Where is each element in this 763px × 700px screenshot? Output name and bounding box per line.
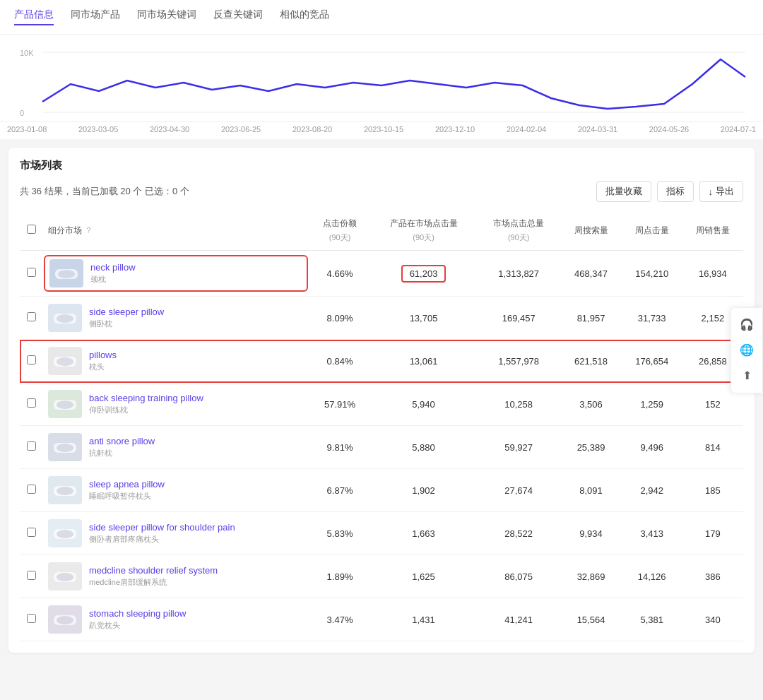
top-tool-button[interactable]: ⬆	[735, 364, 758, 387]
download-icon: ↓	[709, 186, 714, 197]
select-all-checkbox[interactable]	[27, 225, 36, 234]
total-market-click-cell: 10,258	[477, 383, 560, 426]
section-title: 市场列表	[20, 159, 743, 172]
svg-point-13	[57, 444, 73, 452]
svg-point-9	[57, 357, 73, 366]
row-checkbox[interactable]	[27, 485, 36, 494]
row-checkbox[interactable]	[27, 398, 36, 408]
table-row: pillows 枕头 0.84%13,0611,557,978621,51817…	[20, 340, 743, 383]
click-share-cell: 8.09%	[309, 297, 370, 340]
row-checkbox[interactable]	[27, 571, 36, 580]
product-name-link[interactable]: stomach sleeping pillow	[89, 608, 186, 619]
product-market-click-cell: 5,880	[370, 426, 477, 469]
total-market-click-cell: 59,927	[477, 426, 560, 469]
svg-text:10K: 10K	[20, 49, 34, 57]
weekly-click-cell: 31,733	[622, 297, 682, 340]
headset-tool-button[interactable]: 🎧	[735, 314, 758, 336]
market-name-cell: side sleeper pillow for shoulder pain 侧卧…	[42, 512, 309, 555]
table-row: back sleeping training pillow 仰卧训练枕 57.9…	[20, 383, 743, 426]
product-market-click-cell: 1,902	[370, 469, 477, 512]
weekly-click-cell: 154,210	[622, 251, 682, 297]
product-name-link[interactable]: neck pillow	[90, 262, 136, 273]
product-name-cn: 仰卧训练枕	[89, 405, 203, 415]
svg-point-15	[57, 487, 73, 495]
row-checkbox[interactable]	[27, 312, 36, 321]
svg-point-17	[57, 530, 73, 538]
product-name-link[interactable]: back sleeping training pillow	[89, 393, 203, 403]
th-click-share: 点击份额 (90天)	[309, 210, 370, 251]
th-market: 细分市场 ?	[42, 210, 309, 251]
market-name-cell: back sleeping training pillow 仰卧训练枕	[42, 383, 309, 426]
nav-same-market-keywords[interactable]: 同市场关键词	[137, 8, 196, 25]
product-name-link[interactable]: medcline shoulder relief system	[89, 565, 218, 576]
product-name-cn: 睡眠呼吸暂停枕头	[89, 491, 165, 502]
row-checkbox[interactable]	[27, 614, 36, 623]
nav-same-market-products[interactable]: 同市场产品	[71, 8, 120, 25]
product-market-click-cell: 1,431	[370, 598, 477, 641]
th-weekly-sales: 周销售量	[682, 210, 743, 251]
row-checkbox[interactable]	[27, 355, 36, 364]
th-total-market-click: 市场点击总量 (90天)	[477, 210, 560, 251]
product-name-cn: 侧卧枕	[89, 319, 164, 329]
market-name-cell: side sleeper pillow 侧卧枕	[42, 297, 309, 340]
nav-product-info[interactable]: 产品信息	[14, 8, 54, 25]
total-market-click-cell: 86,075	[477, 555, 560, 598]
product-market-click-cell: 1,625	[370, 555, 477, 598]
nav-reverse-keywords[interactable]: 反查关键词	[213, 8, 263, 25]
product-name-cn: medcline肩部缓解系统	[89, 577, 218, 588]
svg-point-19	[57, 573, 73, 581]
svg-point-5	[58, 270, 75, 278]
product-name-link[interactable]: pillows	[89, 350, 117, 360]
product-name-cn: 侧卧者肩部疼痛枕头	[89, 534, 235, 545]
market-name-cell: neck pillow 颈枕	[42, 251, 309, 297]
row-checkbox[interactable]	[27, 441, 36, 451]
product-name-link[interactable]: anti snore pillow	[89, 436, 155, 446]
click-share-cell: 3.47%	[309, 598, 370, 641]
total-market-click-cell: 169,457	[477, 297, 560, 340]
table-row: side sleeper pillow 侧卧枕 8.09%13,705169,4…	[20, 297, 743, 340]
product-name-link[interactable]: side sleeper pillow	[89, 307, 164, 317]
export-button[interactable]: ↓ 导出	[699, 181, 744, 202]
weekly-click-cell: 5,381	[622, 598, 682, 641]
total-market-click-cell: 1,557,978	[477, 340, 560, 383]
click-share-cell: 6.87%	[309, 469, 370, 512]
click-share-cell: 4.66%	[309, 251, 370, 297]
row-checkbox[interactable]	[27, 268, 36, 277]
weekly-sales-cell: 386	[682, 555, 743, 598]
product-name-link[interactable]: sleep apnea pillow	[89, 479, 165, 490]
weekly-sales-cell: 179	[682, 512, 743, 555]
market-name-cell: anti snore pillow 抗鼾枕	[42, 426, 309, 469]
main-container: 市场列表 共 36 结果，当前已加载 20 个 已选：0 个 批量收藏 指标 ↓…	[8, 148, 755, 653]
table-toolbar: 共 36 结果，当前已加载 20 个 已选：0 个 批量收藏 指标 ↓ 导出	[20, 181, 743, 202]
svg-point-21	[57, 616, 73, 624]
product-name-cn: 枕头	[89, 362, 117, 372]
weekly-search-cell: 3,506	[560, 383, 621, 426]
weekly-click-cell: 9,496	[622, 426, 682, 469]
total-market-click-cell: 28,522	[477, 512, 560, 555]
weekly-search-cell: 8,091	[560, 469, 621, 512]
chart-x-labels: 2023-01-08 2023-03-05 2023-04-30 2023-06…	[0, 122, 763, 139]
product-name-cn: 颈枕	[90, 274, 136, 285]
click-share-cell: 0.84%	[309, 340, 370, 383]
svg-point-11	[57, 401, 73, 409]
product-market-click-cell: 61,203	[370, 251, 477, 297]
product-market-click-cell: 13,705	[370, 297, 477, 340]
weekly-sales-cell: 16,934	[682, 251, 743, 297]
market-name-cell: sleep apnea pillow 睡眠呼吸暂停枕头	[42, 469, 309, 512]
product-market-click-cell: 13,061	[370, 340, 477, 383]
nav-similar-competitors[interactable]: 相似的竞品	[280, 8, 329, 25]
select-all-header	[20, 210, 42, 251]
product-name-link[interactable]: side sleeper pillow for shoulder pain	[89, 522, 235, 533]
click-share-cell: 57.91%	[309, 383, 370, 426]
globe-tool-button[interactable]: 🌐	[735, 339, 758, 362]
click-share-cell: 5.83%	[309, 512, 370, 555]
market-name-cell: stomach sleeping pillow 趴觉枕头	[42, 598, 309, 641]
table-info: 共 36 结果，当前已加载 20 个 已选：0 个	[20, 185, 189, 198]
th-weekly-click: 周点击量	[622, 210, 682, 251]
batch-collect-button[interactable]: 批量收藏	[596, 181, 651, 202]
market-hint-icon: ?	[86, 226, 90, 235]
weekly-search-cell: 468,347	[560, 251, 621, 297]
metrics-button[interactable]: 指标	[657, 181, 694, 202]
row-checkbox[interactable]	[27, 528, 36, 537]
click-share-cell: 1.89%	[309, 555, 370, 598]
